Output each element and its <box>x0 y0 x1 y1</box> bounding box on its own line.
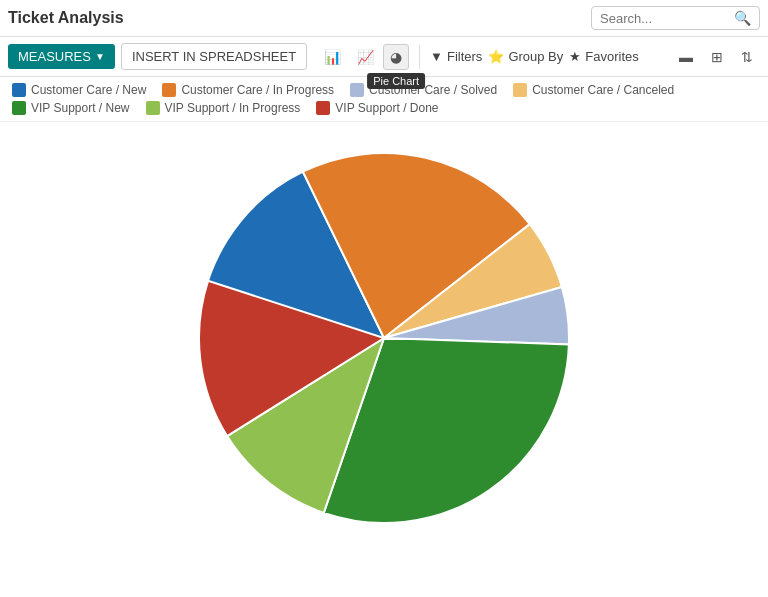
insert-spreadsheet-button[interactable]: INSERT IN SPREADSHEET <box>121 43 307 70</box>
header: Ticket Analysis 🔍 <box>0 0 768 37</box>
legend-item-cc-inprogress: Customer Care / In Progress <box>162 83 334 97</box>
filters-button[interactable]: ▼ Filters <box>430 49 482 64</box>
legend-item-cc-canceled: Customer Care / Canceled <box>513 83 674 97</box>
page-title: Ticket Analysis <box>8 9 583 27</box>
line-chart-button[interactable]: 📈 <box>350 44 381 70</box>
measures-button[interactable]: MEASURES ▼ <box>8 44 115 69</box>
chart-type-icons: 📊 📈 ◕ Pie Chart <box>317 44 409 70</box>
search-icon[interactable]: 🔍 <box>734 10 751 26</box>
groupby-button[interactable]: ⭐ Group By <box>488 49 563 64</box>
favorites-icon: ★ <box>569 49 581 64</box>
grid-view-button[interactable]: ⊞ <box>704 44 730 70</box>
legend-color <box>162 83 176 97</box>
legend-item-vip-done: VIP Support / Done <box>316 101 438 115</box>
legend-item-vip-inprogress: VIP Support / In Progress <box>146 101 301 115</box>
legend-item-cc-new: Customer Care / New <box>12 83 146 97</box>
legend-color <box>316 101 330 115</box>
right-icons: ▬ ⊞ ⇅ <box>672 44 760 70</box>
favorites-button[interactable]: ★ Favorites <box>569 49 638 64</box>
chart-area <box>0 122 768 554</box>
legend-item-vip-new: VIP Support / New <box>12 101 130 115</box>
filter-icon: ▼ <box>430 49 443 64</box>
legend-color <box>146 101 160 115</box>
groupby-icon: ⭐ <box>488 49 504 64</box>
legend-color <box>12 101 26 115</box>
pie-chart-button[interactable]: ◕ Pie Chart <box>383 44 409 70</box>
legend: Customer Care / NewCustomer Care / In Pr… <box>0 77 768 122</box>
legend-item-cc-solved: Customer Care / Solved <box>350 83 497 97</box>
search-input[interactable] <box>600 11 730 26</box>
pie-chart <box>174 138 594 538</box>
legend-color <box>350 83 364 97</box>
bar-view-button[interactable]: ▬ <box>672 44 700 70</box>
measures-dropdown-arrow: ▼ <box>95 51 105 62</box>
legend-color <box>12 83 26 97</box>
bar-chart-button[interactable]: 📊 <box>317 44 348 70</box>
search-box: 🔍 <box>591 6 760 30</box>
legend-color <box>513 83 527 97</box>
sort-button[interactable]: ⇅ <box>734 44 760 70</box>
toolbar: MEASURES ▼ INSERT IN SPREADSHEET 📊 📈 ◕ P… <box>0 37 768 77</box>
toolbar-separator <box>419 45 420 69</box>
